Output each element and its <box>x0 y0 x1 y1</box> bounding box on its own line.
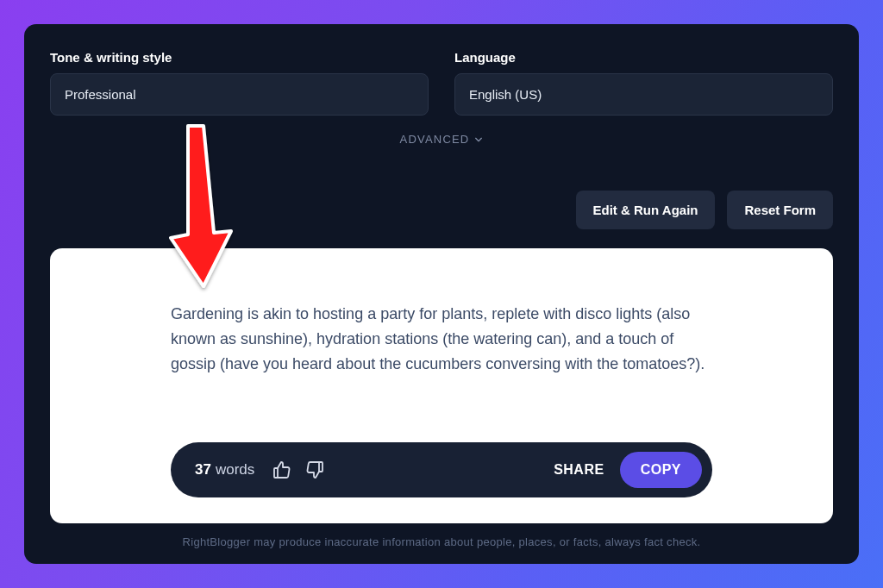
language-label: Language <box>454 50 833 65</box>
result-card: Gardening is akin to hosting a party for… <box>50 248 833 523</box>
word-count: 37 words <box>195 461 254 479</box>
reset-form-button[interactable]: Reset Form <box>727 191 833 229</box>
tone-input[interactable]: Professional <box>50 73 429 116</box>
copy-button[interactable]: COPY <box>620 452 702 488</box>
word-count-number: 37 <box>195 461 211 479</box>
language-field-group: Language English (US) <box>454 50 833 116</box>
edit-run-again-button[interactable]: Edit & Run Again <box>576 191 716 229</box>
chevron-down-icon <box>474 135 483 144</box>
feedback-buttons <box>272 460 325 480</box>
advanced-label: ADVANCED <box>400 133 470 146</box>
language-input[interactable]: English (US) <box>454 73 833 116</box>
result-toolbar: 37 words SHARE COPY <box>171 442 712 497</box>
tone-field-group: Tone & writing style Professional <box>50 50 429 116</box>
thumbs-up-icon[interactable] <box>272 460 292 480</box>
word-count-label: words <box>216 461 254 479</box>
language-value: English (US) <box>469 87 542 102</box>
action-row: Edit & Run Again Reset Form <box>50 191 833 229</box>
settings-panel: Tone & writing style Professional Langua… <box>24 24 859 564</box>
result-text: Gardening is akin to hosting a party for… <box>171 302 712 376</box>
thumbs-down-icon[interactable] <box>304 460 325 480</box>
advanced-toggle[interactable]: ADVANCED <box>50 133 833 146</box>
disclaimer-text: RightBlogger may produce inaccurate info… <box>50 535 833 548</box>
share-button[interactable]: SHARE <box>538 454 620 486</box>
tone-value: Professional <box>65 87 136 102</box>
fields-row: Tone & writing style Professional Langua… <box>50 50 833 116</box>
tone-label: Tone & writing style <box>50 50 429 65</box>
